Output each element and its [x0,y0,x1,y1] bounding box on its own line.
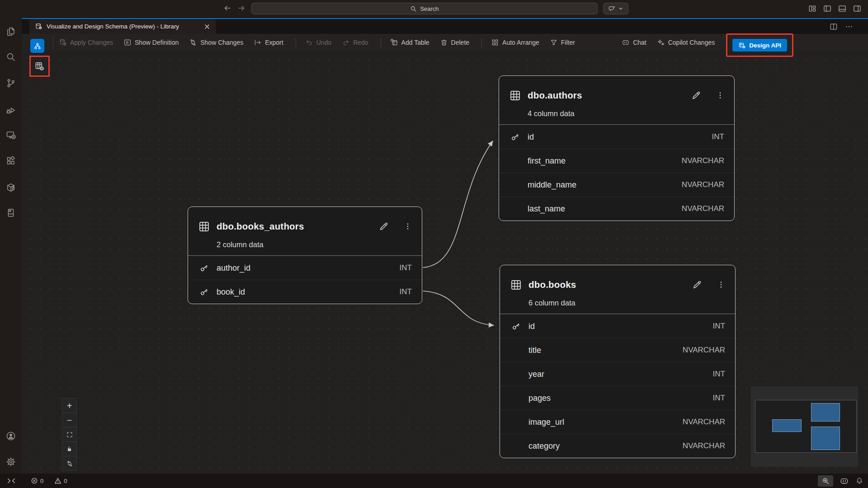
delete-button[interactable]: Delete [440,38,469,47]
editor-more-actions-icon[interactable] [844,22,854,31]
column-row[interactable]: category NVARCHAR [500,434,735,458]
tab-schema-designer[interactable]: Visualize and Design Schema (Preview) - … [29,19,216,34]
nav-forward-button[interactable] [236,3,247,13]
notifications-bell-icon[interactable] [855,477,863,485]
errors-indicator[interactable]: 0 [31,477,43,484]
icon-spacer [510,417,522,427]
design-api-button[interactable]: Design API [732,39,787,52]
table-title: dbo.authors [528,90,684,101]
more-options-kebab-icon[interactable] [717,281,725,289]
apply-changes-button[interactable]: Apply Changes [59,38,113,47]
primary-key-icon [198,286,210,297]
settings-gear-icon[interactable] [5,456,16,467]
table-card-books-authors[interactable]: dbo.books_authors 2 column data author_i… [188,206,422,304]
activity-bar [0,18,22,474]
column-row[interactable]: author_id INT [188,256,422,280]
more-options-kebab-icon[interactable] [716,91,724,99]
database-projects-icon[interactable] [5,207,16,218]
column-row[interactable]: middle_name NVARCHAR [499,173,734,197]
run-debug-icon[interactable] [5,105,16,116]
accounts-icon[interactable] [5,431,16,441]
warnings-indicator[interactable]: 0 [54,477,67,484]
add-table-icon [390,38,398,47]
copilot-status-icon[interactable] [840,476,849,486]
table-gear-icon [738,42,746,49]
filter-button[interactable]: Filter [550,38,575,47]
show-definition-button[interactable]: Show Definition [123,38,179,47]
fit-screen-icon [66,431,73,438]
chat-button[interactable]: Chat [622,38,646,47]
explorer-icon[interactable] [5,26,16,37]
undo-button[interactable]: Undo [305,38,331,47]
icon-spacer [510,345,522,356]
zoom-out-button[interactable]: − [62,413,76,427]
export-button[interactable]: Export [254,38,283,47]
edit-pencil-icon[interactable] [378,221,389,232]
table-card-authors[interactable]: dbo.authors 4 column data id INT first_n… [499,75,735,221]
table-grid-icon [510,279,522,291]
vscode-window: Search [0,0,868,488]
diagram-minimap[interactable] [751,386,858,467]
redo-button[interactable]: Redo [342,38,368,47]
toggle-panel-icon[interactable] [838,4,847,13]
split-editor-icon[interactable] [829,22,838,31]
column-row[interactable]: year INT [500,362,735,386]
minimap-table-authors [811,403,840,422]
customize-layout-icon[interactable] [808,4,817,13]
minimap-viewport [755,400,857,453]
zoom-in-button[interactable]: + [62,399,76,413]
column-row[interactable]: title NVARCHAR [500,338,735,362]
copilot-changes-button[interactable]: Copilot Changes [657,38,715,47]
tab-title: Visualize and Design Schema (Preview) - … [47,23,200,30]
schema-canvas[interactable] [22,51,868,474]
nav-back-button[interactable] [222,3,233,13]
filter-funnel-icon [550,38,558,47]
table-designer-view-highlight[interactable] [29,56,50,77]
column-row[interactable]: id INT [500,314,735,338]
remote-explorer-icon[interactable] [5,130,16,141]
column-row[interactable]: pages INT [500,386,735,410]
zoom-status-button[interactable] [818,475,833,487]
sync-changes-button[interactable] [62,456,76,470]
redo-icon [342,38,350,47]
more-options-kebab-icon[interactable] [404,222,412,230]
lock-position-button[interactable] [62,441,76,456]
table-card-books[interactable]: dbo.books 6 column data id INT title NVA… [500,265,736,458]
minimap-table-books-authors [772,419,802,432]
schema-diagram-view-button[interactable] [30,39,44,53]
search-sidebar-icon[interactable] [5,52,16,62]
table-title: dbo.books [528,279,685,290]
toggle-secondary-sidebar-icon[interactable] [853,4,862,13]
toggle-primary-sidebar-icon[interactable] [823,4,832,13]
column-row[interactable]: last_name NVARCHAR [499,197,734,221]
tab-strip: Visualize and Design Schema (Preview) - … [22,19,868,34]
column-row[interactable]: first_name NVARCHAR [499,149,734,173]
tab-close-icon[interactable] [204,23,210,30]
auto-arrange-icon [491,38,499,47]
sparkles-icon [657,38,665,47]
icon-spacer [509,203,521,214]
command-center-search[interactable]: Search [251,3,598,14]
magnifier-plus-icon [822,477,830,485]
column-count-label: 6 column data [528,299,725,307]
auto-arrange-button[interactable]: Auto Arrange [491,38,539,47]
column-row[interactable]: image_url NVARCHAR [500,410,735,434]
show-changes-button[interactable]: Show Changes [189,38,243,47]
designer-toolbar: Apply Changes Show Definition Show Chang… [22,34,868,51]
extensions-icon[interactable] [5,155,16,166]
status-bar: 0 0 [0,474,868,488]
remote-indicator-icon[interactable] [6,477,16,485]
icon-spacer [510,441,522,451]
edit-pencil-icon[interactable] [692,279,703,290]
add-table-button[interactable]: Add Table [390,38,429,47]
edit-pencil-icon[interactable] [691,90,702,101]
arrow-left-icon [223,4,232,13]
fit-to-screen-button[interactable] [62,427,76,441]
column-row[interactable]: book_id INT [188,280,422,304]
column-count-label: 2 column data [217,240,412,249]
chat-bubble-sparkle-icon [608,5,616,13]
column-row[interactable]: id INT [499,125,734,149]
source-control-icon[interactable] [5,78,16,89]
copilot-chat-button[interactable] [603,3,628,14]
containers-icon[interactable] [5,182,16,193]
